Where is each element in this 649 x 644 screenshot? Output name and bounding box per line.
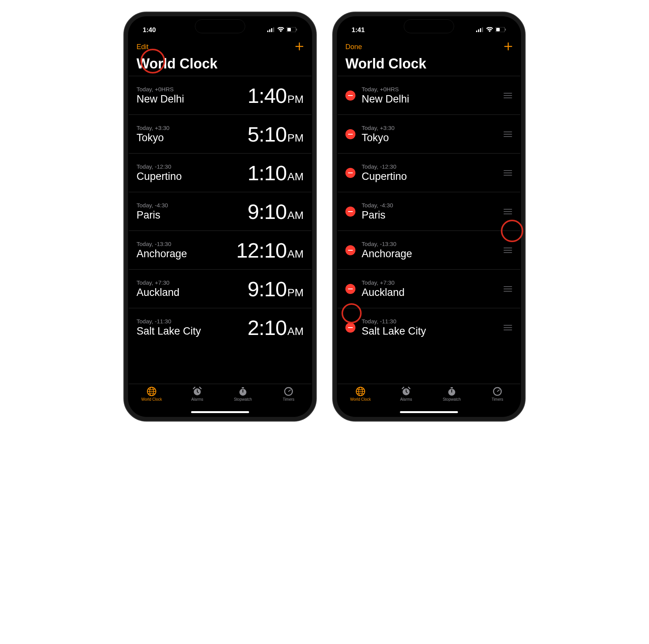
tab-label: Alarms	[400, 397, 412, 401]
clock-time: 9:10PM	[248, 277, 304, 301]
dynamic-island	[195, 19, 245, 33]
home-indicator[interactable]	[400, 411, 458, 413]
home-indicator[interactable]	[191, 411, 249, 413]
add-button[interactable]	[295, 40, 304, 53]
svg-rect-3	[273, 27, 274, 32]
svg-line-15	[289, 390, 290, 391]
phone-right: 1:41 Done World Clock Today	[332, 12, 526, 422]
clock-row-edit: Today, -13:30 Anchorage	[338, 231, 520, 269]
drag-handle-icon[interactable]	[503, 248, 512, 253]
wifi-icon	[486, 26, 493, 34]
clock-row-edit: Today, -12:30 Cupertino	[338, 153, 520, 192]
svg-rect-6	[296, 29, 297, 31]
clock-time: 2:10AM	[248, 316, 304, 340]
clock-city: Paris	[137, 209, 248, 221]
tab-label: World Clock	[141, 397, 162, 401]
clock-city: Cupertino	[362, 171, 499, 183]
clock-time: 12:10AM	[236, 238, 304, 262]
delete-button[interactable]	[345, 207, 355, 217]
delete-button[interactable]	[345, 323, 355, 333]
clock-offset: Today, +7:30	[137, 279, 248, 286]
drag-handle-icon[interactable]	[503, 286, 512, 292]
tab-timers[interactable]: Timers	[475, 386, 520, 416]
clock-offset: Today, -13:30	[362, 241, 499, 247]
battery-icon	[287, 26, 297, 34]
tab-world-clock[interactable]: World Clock	[129, 386, 174, 416]
svg-rect-19	[482, 27, 483, 32]
nav-bar: Edit	[129, 38, 311, 55]
svg-rect-22	[505, 29, 506, 31]
clock-offset: Today, +3:30	[137, 125, 248, 131]
status-time: 1:40	[143, 26, 156, 34]
clock-row[interactable]: Today, -13:30 Anchorage 12:10AM	[129, 231, 311, 269]
delete-button[interactable]	[345, 129, 355, 139]
delete-button[interactable]	[345, 245, 355, 255]
tab-label: Timers	[283, 397, 294, 401]
alarm-icon	[401, 386, 412, 396]
clock-time: 9:10AM	[248, 200, 304, 224]
cellular-icon	[267, 26, 275, 34]
clock-row-edit: Today, -11:30 Salt Lake City	[338, 308, 520, 347]
world-clock-list: Today, +0HRS New Delhi 1:40PM Today, +3:…	[129, 76, 311, 384]
clock-offset: Today, +0HRS	[362, 86, 499, 92]
clock-row-edit: Today, +0HRS New Delhi	[338, 76, 520, 114]
nav-bar: Done	[338, 38, 520, 55]
clock-city: Salt Lake City	[137, 325, 248, 337]
globe-icon	[355, 386, 366, 396]
done-button[interactable]: Done	[345, 43, 362, 51]
clock-row-edit: Today, -4:30 Paris	[338, 192, 520, 231]
drag-handle-icon[interactable]	[503, 325, 512, 330]
clock-offset: Today, -4:30	[362, 202, 499, 208]
tab-label: Stopwatch	[443, 397, 461, 401]
clock-row[interactable]: Today, +7:30 Auckland 9:10PM	[129, 269, 311, 308]
clock-offset: Today, -13:30	[137, 241, 236, 247]
tab-label: Stopwatch	[234, 397, 252, 401]
svg-line-31	[497, 390, 499, 391]
clock-city: Cupertino	[137, 171, 248, 183]
clock-city: Tokyo	[362, 132, 499, 144]
clock-row[interactable]: Today, +0HRS New Delhi 1:40PM	[129, 76, 311, 114]
plus-icon	[295, 42, 304, 51]
svg-rect-16	[476, 31, 477, 32]
add-button[interactable]	[504, 40, 512, 53]
drag-handle-icon[interactable]	[503, 93, 512, 98]
clock-city: Paris	[362, 209, 499, 221]
page-title: World Clock	[338, 55, 520, 76]
clock-city: Salt Lake City	[362, 325, 499, 337]
globe-icon	[146, 386, 157, 396]
timer-icon	[492, 386, 503, 396]
clock-row[interactable]: Today, +3:30 Tokyo 5:10PM	[129, 114, 311, 153]
svg-rect-5	[287, 28, 291, 31]
clock-offset: Today, +0HRS	[137, 86, 248, 92]
clock-city: Auckland	[137, 287, 248, 299]
tab-timers[interactable]: Timers	[266, 386, 311, 416]
clock-row-edit: Today, +7:30 Auckland	[338, 269, 520, 308]
svg-rect-28	[451, 387, 453, 388]
drag-handle-icon[interactable]	[503, 209, 512, 214]
clock-row[interactable]: Today, -4:30 Paris 9:10AM	[129, 192, 311, 231]
clock-city: Auckland	[362, 287, 499, 299]
clock-offset: Today, +3:30	[362, 125, 499, 131]
svg-rect-17	[478, 29, 479, 32]
svg-rect-2	[271, 28, 272, 32]
world-clock-list-edit: Today, +0HRS New Delhi Today, +3:30 Toky…	[338, 76, 520, 384]
clock-city: New Delhi	[362, 93, 499, 105]
stopwatch-icon	[446, 386, 457, 396]
delete-button[interactable]	[345, 91, 355, 101]
tab-label: Timers	[492, 397, 503, 401]
tab-world-clock[interactable]: World Clock	[338, 386, 383, 416]
stopwatch-icon	[237, 386, 248, 396]
svg-rect-21	[496, 28, 500, 31]
delete-button[interactable]	[345, 284, 355, 294]
clock-offset: Today, -11:30	[137, 318, 248, 325]
clock-time: 1:10AM	[248, 161, 304, 185]
drag-handle-icon[interactable]	[503, 170, 512, 176]
drag-handle-icon[interactable]	[503, 132, 512, 137]
clock-row-edit: Today, +3:30 Tokyo	[338, 114, 520, 153]
edit-button[interactable]: Edit	[137, 43, 149, 51]
clock-row[interactable]: Today, -12:30 Cupertino 1:10AM	[129, 153, 311, 192]
clock-row[interactable]: Today, -11:30 Salt Lake City 2:10AM	[129, 308, 311, 347]
delete-button[interactable]	[345, 168, 355, 178]
tab-label: World Clock	[350, 397, 371, 401]
clock-time: 5:10PM	[248, 122, 304, 146]
